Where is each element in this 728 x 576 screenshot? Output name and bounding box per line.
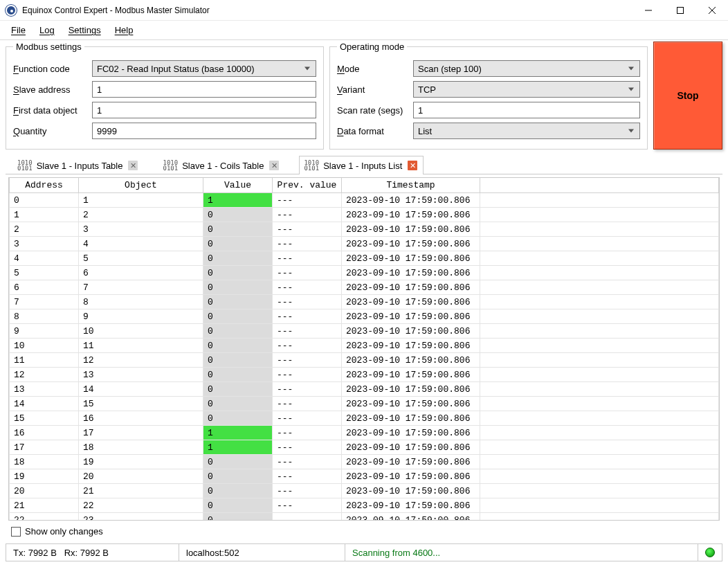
tab-close-icon[interactable]: ✕ xyxy=(269,161,279,170)
tab-close-icon[interactable]: ✕ xyxy=(408,161,417,170)
minimize-button[interactable] xyxy=(633,0,664,21)
table-row[interactable]: 011---2023-09-10 17:59:00.806 xyxy=(10,193,719,208)
table-row[interactable]: 18190---2023-09-10 17:59:00.806 xyxy=(10,455,719,469)
app-icon xyxy=(6,5,17,16)
table-row[interactable]: 450---2023-09-10 17:59:00.806 xyxy=(10,251,719,266)
cell xyxy=(480,455,719,469)
table-row[interactable]: 120---2023-09-10 17:59:00.806 xyxy=(10,208,719,222)
cell: 0 xyxy=(203,498,273,513)
cell: 19 xyxy=(79,455,203,469)
table-row[interactable]: 16171---2023-09-10 17:59:00.806 xyxy=(10,426,719,440)
table-row[interactable]: 340---2023-09-10 17:59:00.806 xyxy=(10,237,719,251)
table-row[interactable]: 21220---2023-09-10 17:59:00.806 xyxy=(10,498,719,513)
table-row[interactable]: 22230---2023-09-10 17:59:00.806 xyxy=(10,513,719,521)
cell: 2023-09-10 17:59:00.806 xyxy=(342,368,480,382)
table-row[interactable]: 230---2023-09-10 17:59:00.806 xyxy=(10,222,719,237)
binary-icon: 1010 0101 xyxy=(163,160,178,171)
tab-2[interactable]: 1010 0101Slave 1 - Inputs List✕ xyxy=(299,156,424,174)
menu-help[interactable]: Help xyxy=(108,23,140,37)
cell: --- xyxy=(273,324,342,339)
data-table-scroll[interactable]: Address Object Value Prev. value Timesta… xyxy=(9,178,719,520)
cell: 13 xyxy=(10,382,79,397)
quantity-input[interactable] xyxy=(92,123,316,139)
cell: 0 xyxy=(203,339,273,353)
mode-label: Mode xyxy=(337,64,409,74)
col-object[interactable]: Object xyxy=(79,178,203,193)
table-row[interactable]: 780---2023-09-10 17:59:00.806 xyxy=(10,295,719,309)
cell: 0 xyxy=(203,368,273,382)
cell xyxy=(480,251,719,266)
cell: 2023-09-10 17:59:00.806 xyxy=(342,237,480,251)
menu-log[interactable]: Log xyxy=(33,23,62,37)
cell: 16 xyxy=(79,411,203,426)
table-row[interactable]: 13140---2023-09-10 17:59:00.806 xyxy=(10,382,719,397)
variant-select[interactable]: TCP xyxy=(413,81,640,98)
cell: --- xyxy=(273,339,342,353)
cell: --- xyxy=(273,237,342,251)
cell: 7 xyxy=(10,295,79,309)
cell: --- xyxy=(273,397,342,411)
table-row[interactable]: 9100---2023-09-10 17:59:00.806 xyxy=(10,324,719,339)
table-row[interactable]: 14150---2023-09-10 17:59:00.806 xyxy=(10,397,719,411)
status-led-cell xyxy=(698,544,722,561)
first-data-input[interactable] xyxy=(92,102,316,118)
variant-label: Variant xyxy=(337,84,409,95)
cell xyxy=(480,193,719,208)
cell: 2023-09-10 17:59:00.806 xyxy=(342,339,480,353)
cell: 0 xyxy=(203,324,273,339)
cell: 3 xyxy=(79,222,203,237)
table-row[interactable]: 10110---2023-09-10 17:59:00.806 xyxy=(10,339,719,353)
menu-file[interactable]: File xyxy=(4,23,33,37)
show-only-changes-checkbox[interactable] xyxy=(11,527,21,537)
tab-label: Slave 1 - Inputs List xyxy=(323,161,402,171)
cell: 2023-09-10 17:59:00.806 xyxy=(342,251,480,266)
cell: 0 xyxy=(10,193,79,208)
cell xyxy=(480,484,719,498)
close-button[interactable] xyxy=(696,0,728,21)
tab-0[interactable]: 1010 0101Slave 1 - Inputs Table✕ xyxy=(12,156,144,174)
slave-address-input[interactable] xyxy=(92,81,316,98)
menu-settings[interactable]: Settings xyxy=(62,23,108,37)
col-address[interactable]: Address xyxy=(10,178,79,193)
cell: 18 xyxy=(10,455,79,469)
cell: 5 xyxy=(79,251,203,266)
cell xyxy=(480,498,719,513)
table-row[interactable]: 20210---2023-09-10 17:59:00.806 xyxy=(10,484,719,498)
cell: --- xyxy=(273,426,342,440)
cell: 12 xyxy=(10,368,79,382)
cell: 2023-09-10 17:59:00.806 xyxy=(342,295,480,309)
tabbar: 1010 0101Slave 1 - Inputs Table✕1010 010… xyxy=(6,155,722,174)
table-row[interactable]: 890---2023-09-10 17:59:00.806 xyxy=(10,309,719,324)
table-row[interactable]: 560---2023-09-10 17:59:00.806 xyxy=(10,266,719,280)
operating-mode-legend: Operating mode xyxy=(337,42,407,52)
cell: 6 xyxy=(10,280,79,295)
cell: 10 xyxy=(10,339,79,353)
table-row[interactable]: 670---2023-09-10 17:59:00.806 xyxy=(10,280,719,295)
modbus-settings-panel: Modbus settings Function code FC02 - Rea… xyxy=(6,42,324,150)
col-timestamp[interactable]: Timestamp xyxy=(342,178,480,193)
dataformat-select[interactable]: List xyxy=(413,123,640,139)
cell: 2023-09-10 17:59:00.806 xyxy=(342,222,480,237)
table-row[interactable]: 15160---2023-09-10 17:59:00.806 xyxy=(10,411,719,426)
stop-button[interactable]: Stop xyxy=(653,42,722,150)
cell: 7 xyxy=(79,280,203,295)
cell: 2 xyxy=(79,208,203,222)
table-row[interactable]: 19200---2023-09-10 17:59:00.806 xyxy=(10,469,719,484)
modbus-settings-legend: Modbus settings xyxy=(13,42,84,52)
table-row[interactable]: 12130---2023-09-10 17:59:00.806 xyxy=(10,368,719,382)
maximize-button[interactable] xyxy=(664,0,696,21)
mode-select[interactable]: Scan (step 100) xyxy=(413,60,640,77)
status-txrx: Tx: 7992 B Rx: 7992 B xyxy=(6,544,179,561)
col-prev[interactable]: Prev. value xyxy=(273,178,342,193)
cell: 15 xyxy=(10,411,79,426)
cell xyxy=(480,309,719,324)
tab-close-icon[interactable]: ✕ xyxy=(128,161,138,170)
table-row[interactable]: 17181---2023-09-10 17:59:00.806 xyxy=(10,440,719,455)
cell: 0 xyxy=(203,411,273,426)
function-code-select[interactable]: FC02 - Read Input Status (base 10000) xyxy=(92,60,316,77)
col-value[interactable]: Value xyxy=(203,178,273,193)
scanrate-input[interactable] xyxy=(413,102,640,118)
tab-1[interactable]: 1010 0101Slave 1 - Coils Table✕ xyxy=(158,156,285,174)
scanrate-label: Scan rate (segs) xyxy=(337,105,409,116)
table-row[interactable]: 11120---2023-09-10 17:59:00.806 xyxy=(10,353,719,368)
